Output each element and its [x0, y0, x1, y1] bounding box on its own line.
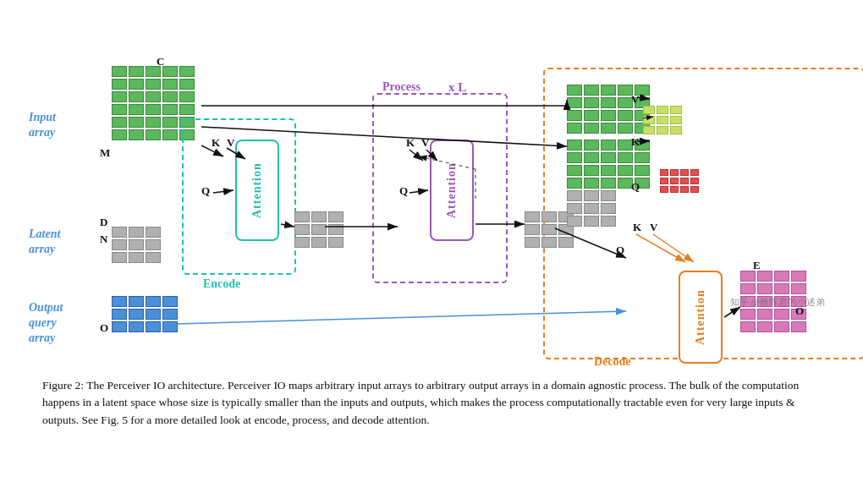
label-input-array: Inputarray [29, 110, 56, 140]
process-label: Process [382, 80, 421, 94]
decode-red-blocks [660, 169, 699, 193]
watermark: 知乎 @稚晖君的小述弟 [730, 296, 825, 309]
latent-blocks [112, 227, 161, 263]
decode-q-blocks [567, 190, 616, 227]
label-o-left: O [100, 321, 108, 335]
decode-v-blocks [567, 85, 650, 134]
encode-label: Encode [203, 277, 240, 291]
caption: Figure 2: The Perceiver IO architecture.… [17, 372, 846, 429]
attention-encode-box: Attention [235, 140, 279, 241]
label-latent-array: Latentarray [29, 227, 60, 257]
diagram: Inputarray Latentarray Outputqueryarray … [17, 8, 846, 372]
label-d: D [100, 216, 107, 229]
label-e: E [753, 259, 761, 272]
decode-label: Decode [594, 355, 631, 369]
attention-decode-box: Attention [679, 271, 723, 364]
label-output-query: Outputqueryarray [29, 300, 63, 347]
process-xl-label: x L [448, 80, 466, 95]
decode-k-blocks [567, 140, 650, 189]
decode-yg-blocks [643, 106, 682, 134]
label-n: N [100, 233, 107, 246]
output-query-blocks [112, 296, 178, 332]
caption-text: Figure 2: The Perceiver IO architecture.… [42, 379, 799, 426]
main-container: Inputarray Latentarray Outputqueryarray … [0, 0, 863, 504]
label-m: M [100, 146, 110, 160]
post-encode-blocks [294, 211, 344, 248]
attention-process-box: Attention [430, 140, 474, 241]
